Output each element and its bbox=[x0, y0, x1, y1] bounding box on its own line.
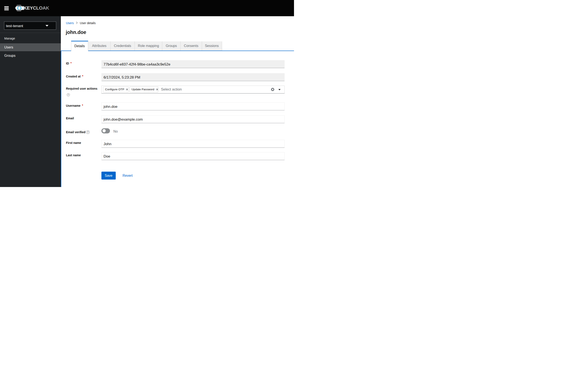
svg-text:KEYCLOAK: KEYCLOAK bbox=[23, 5, 49, 11]
